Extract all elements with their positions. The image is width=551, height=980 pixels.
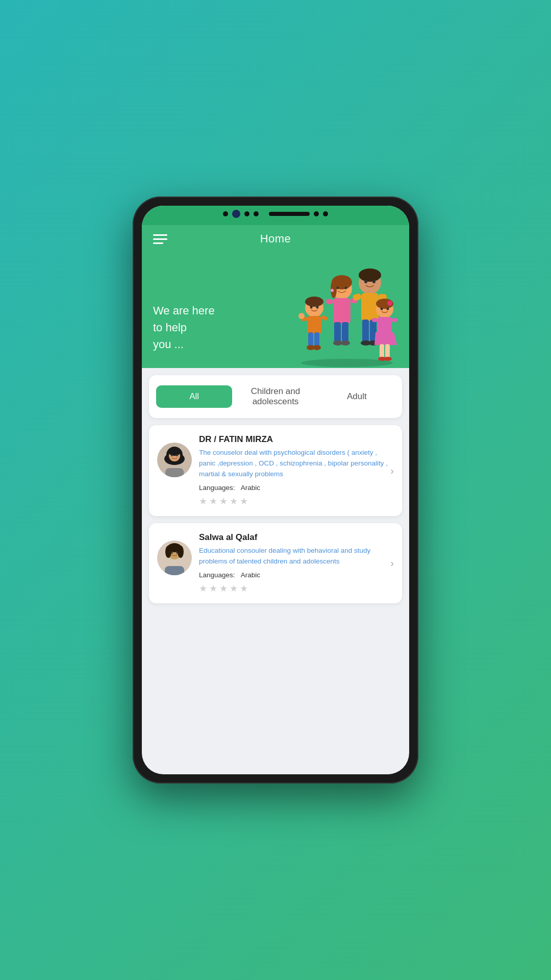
card-chevron-2[interactable]: › bbox=[390, 557, 394, 569]
app-header: Home bbox=[142, 225, 409, 246]
star2-2: ★ bbox=[209, 583, 217, 594]
hero-line-2: to help bbox=[153, 319, 215, 336]
doctor-avatar-2 bbox=[157, 541, 192, 575]
svg-point-15 bbox=[331, 280, 337, 298]
avatar-svg-1 bbox=[157, 443, 192, 477]
family-svg bbox=[296, 256, 398, 368]
svg-point-2 bbox=[305, 297, 323, 307]
filter-tabs: All Children and adolescents Adult bbox=[149, 375, 402, 418]
camera-dot-small2 bbox=[244, 211, 249, 216]
svg-point-64 bbox=[171, 552, 173, 554]
languages-value-2: Arabic bbox=[241, 571, 260, 579]
star-2: ★ bbox=[209, 496, 217, 507]
languages-label-2: Languages: bbox=[199, 571, 235, 579]
hero-line-1: We are here bbox=[153, 302, 215, 319]
svg-rect-16 bbox=[333, 298, 350, 324]
filter-tab-all[interactable]: All bbox=[156, 385, 232, 408]
svg-rect-31 bbox=[362, 320, 369, 342]
hamburger-line-2 bbox=[153, 238, 167, 240]
svg-point-10 bbox=[298, 313, 305, 319]
svg-marker-41 bbox=[374, 332, 397, 345]
svg-point-35 bbox=[364, 280, 367, 283]
svg-rect-20 bbox=[342, 322, 348, 342]
svg-point-49 bbox=[387, 308, 389, 310]
svg-rect-3 bbox=[307, 316, 321, 334]
avatar-svg-2 bbox=[157, 541, 192, 575]
star-3: ★ bbox=[219, 496, 228, 507]
phone-frame: Home We are here to help you ... bbox=[133, 197, 418, 783]
svg-point-25 bbox=[331, 289, 334, 292]
doctor-languages-2: Languages: Arabic bbox=[199, 571, 394, 579]
star-4: ★ bbox=[230, 496, 238, 507]
doctor-card-1[interactable]: DR / FATIN MIRZA The conuselor deal with… bbox=[149, 425, 402, 516]
hamburger-line-3 bbox=[153, 242, 163, 244]
svg-point-36 bbox=[372, 280, 375, 283]
notch-bar bbox=[269, 212, 310, 216]
svg-point-63 bbox=[178, 546, 184, 558]
svg-rect-66 bbox=[165, 566, 184, 575]
hero-line-3: you ... bbox=[153, 336, 215, 353]
doctor-name-1: DR / FATIN MIRZA bbox=[199, 434, 394, 445]
svg-point-57 bbox=[171, 454, 173, 456]
filter-tab-adult[interactable]: Adult bbox=[319, 385, 395, 408]
svg-point-11 bbox=[310, 306, 313, 309]
camera-dot-main bbox=[232, 210, 240, 218]
languages-value-1: Arabic bbox=[241, 484, 260, 492]
star-1: ★ bbox=[199, 496, 207, 507]
svg-point-39 bbox=[387, 301, 392, 306]
svg-point-47 bbox=[384, 357, 392, 361]
notch-area bbox=[223, 210, 328, 218]
hamburger-line-1 bbox=[153, 234, 167, 236]
doctor-card-2[interactable]: Salwa al Qalaf Educational consouler dea… bbox=[149, 523, 402, 603]
svg-point-55 bbox=[168, 448, 181, 456]
camera-dot-r1 bbox=[314, 211, 319, 216]
star-5: ★ bbox=[240, 496, 248, 507]
svg-rect-42 bbox=[372, 318, 378, 322]
star2-3: ★ bbox=[219, 583, 228, 594]
svg-rect-28 bbox=[361, 293, 379, 321]
svg-point-12 bbox=[316, 306, 319, 309]
menu-button[interactable] bbox=[153, 234, 167, 244]
hero-section: We are here to help you ... bbox=[142, 246, 409, 368]
star2-5: ★ bbox=[240, 583, 248, 594]
phone-screen: Home We are here to help you ... bbox=[142, 206, 409, 774]
doctor-card-content-1: DR / FATIN MIRZA The conuselor deal with… bbox=[199, 434, 394, 507]
svg-rect-43 bbox=[392, 318, 397, 322]
svg-point-58 bbox=[176, 454, 178, 456]
camera-dot-small bbox=[223, 211, 228, 216]
star2-4: ★ bbox=[230, 583, 238, 594]
svg-point-24 bbox=[345, 287, 347, 289]
svg-rect-44 bbox=[380, 344, 384, 358]
svg-rect-17 bbox=[326, 299, 333, 304]
doctor-desc-1: The conuselor deal with psychological di… bbox=[199, 448, 394, 480]
svg-point-9 bbox=[313, 345, 321, 350]
family-illustration bbox=[296, 256, 398, 368]
svg-point-27 bbox=[359, 268, 381, 282]
camera-dot-small3 bbox=[254, 211, 259, 216]
doctor-rating-1: ★ ★ ★ ★ ★ bbox=[199, 496, 394, 507]
svg-rect-5 bbox=[321, 315, 328, 322]
svg-rect-19 bbox=[334, 322, 341, 342]
svg-point-65 bbox=[176, 552, 178, 554]
status-bar bbox=[142, 206, 409, 225]
doctor-card-content-2: Salwa al Qalaf Educational consouler dea… bbox=[199, 532, 394, 594]
filter-tab-children[interactable]: Children and adolescents bbox=[237, 380, 313, 413]
doctor-avatar-1 bbox=[157, 443, 192, 477]
svg-point-62 bbox=[165, 546, 171, 558]
camera-dot-r2 bbox=[323, 211, 328, 216]
svg-rect-40 bbox=[378, 317, 392, 333]
star2-1: ★ bbox=[199, 583, 207, 594]
page-title: Home bbox=[260, 232, 291, 246]
doctor-rating-2: ★ ★ ★ ★ ★ bbox=[199, 583, 394, 594]
svg-rect-56 bbox=[165, 468, 184, 477]
card-chevron-1[interactable]: › bbox=[390, 464, 394, 476]
svg-point-23 bbox=[337, 287, 339, 289]
languages-label-1: Languages: bbox=[199, 484, 235, 492]
svg-point-48 bbox=[381, 308, 383, 310]
svg-rect-45 bbox=[385, 344, 390, 358]
doctor-desc-2: Educational consouler dealing with behav… bbox=[199, 546, 394, 567]
hero-tagline: We are here to help you ... bbox=[153, 302, 215, 368]
doctor-languages-1: Languages: Arabic bbox=[199, 484, 394, 492]
doctors-list: DR / FATIN MIRZA The conuselor deal with… bbox=[142, 418, 409, 603]
doctor-name-2: Salwa al Qalaf bbox=[199, 532, 394, 543]
